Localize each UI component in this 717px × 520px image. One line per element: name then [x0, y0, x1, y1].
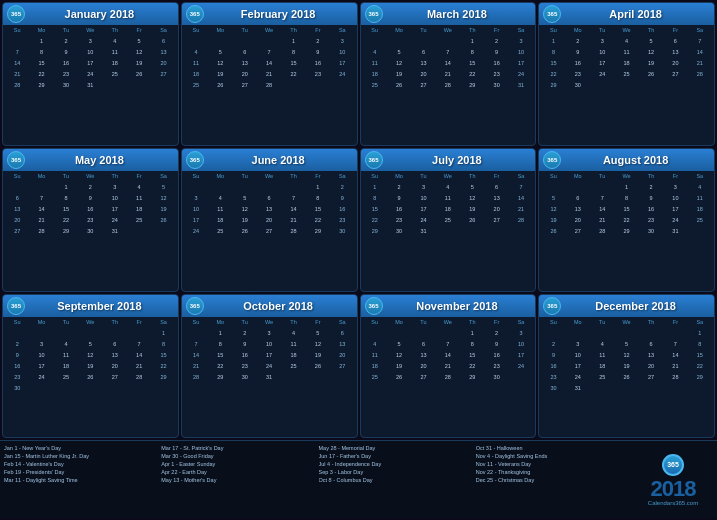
day-cell[interactable]: 31 [411, 225, 435, 236]
day-cell[interactable]: 4 [184, 46, 208, 57]
day-cell[interactable] [233, 35, 257, 46]
day-cell[interactable]: 4 [614, 35, 638, 46]
day-cell[interactable]: 24 [509, 68, 533, 79]
day-cell[interactable]: 25 [590, 371, 614, 382]
day-cell[interactable]: 13 [257, 203, 281, 214]
day-cell[interactable]: 10 [509, 338, 533, 349]
day-cell[interactable] [614, 327, 638, 338]
day-cell[interactable]: 24 [330, 68, 354, 79]
day-cell[interactable]: 29 [54, 225, 78, 236]
day-cell[interactable]: 9 [387, 192, 411, 203]
day-cell[interactable] [306, 371, 330, 382]
day-cell[interactable]: 12 [387, 57, 411, 68]
day-cell[interactable]: 17 [411, 203, 435, 214]
day-cell[interactable]: 12 [151, 192, 175, 203]
day-cell[interactable]: 18 [103, 57, 127, 68]
day-cell[interactable]: 31 [103, 225, 127, 236]
day-cell[interactable]: 4 [54, 338, 78, 349]
day-cell[interactable]: 2 [233, 327, 257, 338]
day-cell[interactable]: 11 [363, 57, 387, 68]
day-cell[interactable]: 3 [590, 35, 614, 46]
day-cell[interactable]: 15 [460, 349, 484, 360]
day-cell[interactable]: 19 [151, 203, 175, 214]
day-cell[interactable] [688, 79, 712, 90]
day-cell[interactable]: 16 [484, 349, 508, 360]
day-cell[interactable]: 13 [5, 203, 29, 214]
day-cell[interactable]: 6 [663, 35, 687, 46]
day-cell[interactable]: 16 [639, 203, 663, 214]
day-cell[interactable] [151, 225, 175, 236]
day-cell[interactable]: 23 [484, 360, 508, 371]
day-cell[interactable]: 23 [54, 68, 78, 79]
day-cell[interactable]: 22 [460, 68, 484, 79]
day-cell[interactable]: 25 [363, 79, 387, 90]
day-cell[interactable] [509, 225, 533, 236]
day-cell[interactable]: 10 [411, 192, 435, 203]
day-cell[interactable]: 1 [208, 327, 232, 338]
day-cell[interactable]: 10 [566, 349, 590, 360]
day-cell[interactable]: 14 [436, 349, 460, 360]
day-cell[interactable]: 4 [688, 181, 712, 192]
day-cell[interactable]: 18 [688, 203, 712, 214]
day-cell[interactable]: 8 [614, 192, 638, 203]
day-cell[interactable]: 6 [484, 181, 508, 192]
day-cell[interactable]: 21 [436, 360, 460, 371]
day-cell[interactable]: 26 [127, 68, 151, 79]
day-cell[interactable]: 23 [387, 214, 411, 225]
day-cell[interactable]: 13 [484, 192, 508, 203]
day-cell[interactable]: 12 [78, 349, 102, 360]
day-cell[interactable] [257, 181, 281, 192]
day-cell[interactable]: 16 [306, 57, 330, 68]
day-cell[interactable]: 7 [509, 181, 533, 192]
day-cell[interactable]: 15 [208, 349, 232, 360]
day-cell[interactable]: 5 [387, 46, 411, 57]
day-cell[interactable]: 6 [330, 327, 354, 338]
day-cell[interactable]: 18 [208, 214, 232, 225]
day-cell[interactable]: 29 [460, 371, 484, 382]
day-cell[interactable]: 18 [436, 203, 460, 214]
day-cell[interactable]: 13 [411, 57, 435, 68]
day-cell[interactable]: 5 [306, 327, 330, 338]
day-cell[interactable]: 2 [639, 181, 663, 192]
day-cell[interactable]: 22 [54, 214, 78, 225]
day-cell[interactable]: 12 [306, 338, 330, 349]
day-cell[interactable]: 3 [509, 35, 533, 46]
day-cell[interactable]: 29 [688, 371, 712, 382]
day-cell[interactable]: 22 [151, 360, 175, 371]
day-cell[interactable]: 30 [387, 225, 411, 236]
day-cell[interactable]: 20 [233, 68, 257, 79]
day-cell[interactable]: 17 [78, 57, 102, 68]
day-cell[interactable] [233, 181, 257, 192]
day-cell[interactable]: 7 [436, 338, 460, 349]
day-cell[interactable] [541, 327, 565, 338]
day-cell[interactable]: 25 [688, 214, 712, 225]
day-cell[interactable]: 9 [639, 192, 663, 203]
day-cell[interactable]: 3 [330, 35, 354, 46]
day-cell[interactable]: 17 [509, 57, 533, 68]
day-cell[interactable]: 5 [78, 338, 102, 349]
day-cell[interactable]: 14 [29, 203, 53, 214]
day-cell[interactable]: 6 [566, 192, 590, 203]
day-cell[interactable]: 8 [54, 192, 78, 203]
day-cell[interactable] [103, 382, 127, 393]
day-cell[interactable]: 14 [281, 203, 305, 214]
day-cell[interactable]: 8 [460, 46, 484, 57]
day-cell[interactable] [5, 327, 29, 338]
day-cell[interactable]: 12 [614, 349, 638, 360]
day-cell[interactable]: 9 [5, 349, 29, 360]
day-cell[interactable]: 5 [127, 35, 151, 46]
day-cell[interactable]: 16 [233, 349, 257, 360]
day-cell[interactable]: 19 [233, 214, 257, 225]
day-cell[interactable]: 10 [509, 46, 533, 57]
day-cell[interactable]: 30 [330, 225, 354, 236]
day-cell[interactable]: 25 [614, 68, 638, 79]
day-cell[interactable]: 26 [541, 225, 565, 236]
day-cell[interactable]: 11 [590, 349, 614, 360]
day-cell[interactable]: 2 [541, 338, 565, 349]
day-cell[interactable] [127, 382, 151, 393]
day-cell[interactable]: 20 [484, 203, 508, 214]
day-cell[interactable]: 19 [78, 360, 102, 371]
day-cell[interactable]: 25 [208, 225, 232, 236]
day-cell[interactable] [54, 382, 78, 393]
day-cell[interactable]: 8 [281, 46, 305, 57]
